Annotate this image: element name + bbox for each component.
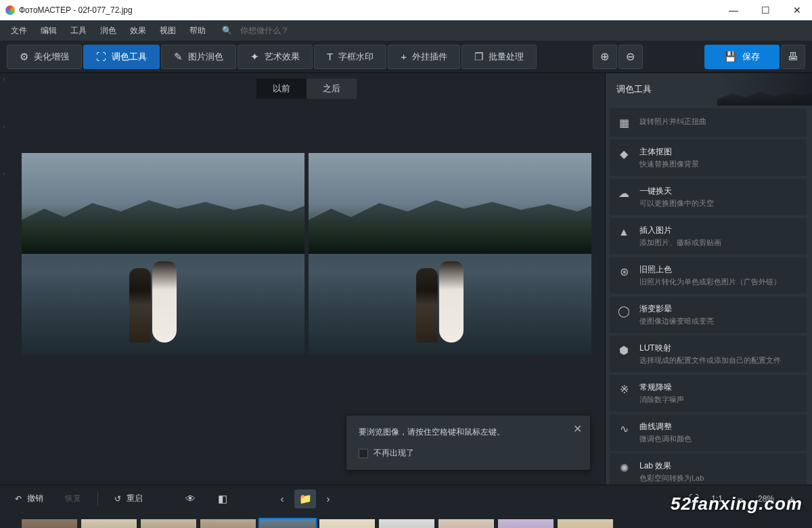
prev-button[interactable]: ‹ — [271, 489, 293, 508]
compare-icon[interactable]: ◧ — [212, 489, 233, 508]
tool-desc: 微调色调和颜色 — [639, 434, 692, 444]
tool-title: 曲线调整 — [639, 421, 692, 433]
tool-icon: ※ — [616, 382, 631, 397]
thumbnail[interactable] — [438, 519, 494, 528]
sliders-icon: ⚙ — [20, 51, 28, 63]
zoom-in-button[interactable]: + — [781, 489, 803, 508]
tab-batch[interactable]: ❐批量处理 — [461, 45, 537, 69]
filmstrip-prev[interactable]: ‹ — [5, 519, 18, 528]
search-input[interactable] — [240, 26, 321, 35]
checkbox-icon — [359, 449, 368, 458]
crop-icon: ⛶ — [96, 51, 106, 62]
tool-desc: 选择现成的配置文件或添加自己的配置文件 — [639, 355, 781, 366]
brush-icon: ✎ — [174, 51, 183, 63]
tool-desc: 旧照片转化为单色或彩色图片（广告外链） — [639, 277, 781, 287]
tab-crop[interactable]: ⛶调色工具 — [83, 45, 160, 69]
zoom-1to1[interactable]: 1:1 — [711, 494, 723, 504]
print-button[interactable]: 🖶 — [781, 45, 805, 69]
tab-retouch[interactable]: ✎图片润色 — [161, 45, 236, 69]
close-icon[interactable]: ✕ — [573, 422, 582, 435]
thumbnail[interactable] — [22, 519, 77, 528]
maximize-button[interactable]: ☐ — [756, 3, 775, 17]
dont-show-checkbox[interactable]: 不再出现了 — [359, 447, 578, 459]
preset-add-button[interactable]: ⊕ — [593, 45, 617, 69]
tool-item-1[interactable]: ◆主体抠图快速替换图像背景 — [610, 139, 807, 176]
thumbnail[interactable] — [260, 519, 315, 528]
image-before[interactable] — [22, 153, 304, 355]
tab-before[interactable]: 以前 — [256, 79, 307, 99]
right-panel: 调色工具 ▦旋转照片并纠正扭曲◆主体抠图快速替换图像背景☁一键换天可以更换图像中… — [605, 73, 812, 485]
bottom-bar: ↶撤销 恢复 ↺重启 👁 ◧ ‹ 📁 › ⛶ 1:1 − 28% + — [0, 485, 812, 512]
undo-button[interactable]: ↶撤销 — [9, 490, 49, 507]
menu-润色[interactable]: 润色 — [95, 22, 122, 39]
tab-enhance[interactable]: ⚙美化增强 — [7, 45, 82, 69]
thumbnail[interactable] — [141, 519, 196, 528]
redo-button[interactable]: 恢复 — [60, 490, 87, 507]
tool-title: Lab 效果 — [639, 460, 704, 472]
thumbnail[interactable] — [558, 519, 613, 528]
tool-icon: ◆ — [616, 146, 631, 161]
eye-icon[interactable]: 👁 — [179, 489, 201, 508]
save-icon: 💾 — [724, 51, 737, 63]
tool-item-3[interactable]: ▲插入图片添加图片、徽标或剪贴画 — [610, 218, 807, 255]
tool-title: LUT映射 — [639, 343, 781, 354]
sparkle-icon: ✦ — [250, 51, 259, 63]
tool-icon: ✺ — [616, 460, 631, 475]
tool-title: 渐变影晕 — [639, 303, 714, 315]
chevron-right-icon[interactable]: › — [0, 123, 8, 130]
tool-item-7[interactable]: ※常规降噪消除数字噪声 — [610, 375, 807, 412]
tool-item-4[interactable]: ⊛旧照上色旧照片转化为单色或彩色图片（广告外链） — [610, 257, 807, 294]
tab-after[interactable]: 之后 — [307, 79, 357, 99]
toolbar: ⚙美化增强 ⛶调色工具 ✎图片润色 ✦艺术效果 T字框水印 +外挂插件 ❐批量处… — [0, 41, 812, 73]
filmstrip-next[interactable]: › — [617, 519, 629, 528]
fit-icon[interactable]: ⛶ — [683, 489, 704, 508]
chevron-right-icon[interactable]: › — [0, 171, 8, 177]
menu-效果[interactable]: 效果 — [125, 22, 152, 39]
preset-download-button[interactable]: ⊖ — [618, 45, 643, 69]
tool-icon: ◯ — [616, 303, 631, 318]
thumbnail[interactable] — [81, 519, 137, 528]
minimize-button[interactable]: — — [723, 3, 744, 17]
tool-desc: 添加图片、徽标或剪贴画 — [639, 238, 721, 248]
text-icon: T — [327, 51, 333, 62]
search-icon: 🔍 — [217, 23, 238, 38]
zoom-out-button[interactable]: − — [729, 489, 751, 508]
tool-desc: 使图像边缘变暗或变亮 — [639, 316, 714, 326]
tab-effects[interactable]: ✦艺术效果 — [238, 45, 313, 69]
tool-title: 旧照上色 — [639, 264, 781, 276]
close-button[interactable]: ✕ — [788, 3, 807, 17]
thumbnail[interactable] — [319, 519, 375, 528]
tool-item-8[interactable]: ∿曲线调整微调色调和颜色 — [610, 414, 807, 451]
menu-工具[interactable]: 工具 — [65, 22, 92, 39]
hint-tooltip: ✕ 要浏览图像，请按住空格键和鼠标左键。 不再出现了 — [346, 416, 590, 470]
reset-button[interactable]: ↺重启 — [109, 490, 148, 507]
tool-desc: 快速替换图像背景 — [639, 159, 699, 169]
tab-plugins[interactable]: +外挂插件 — [388, 45, 460, 69]
tool-item-5[interactable]: ◯渐变影晕使图像边缘变暗或变亮 — [610, 296, 807, 333]
menu-帮助[interactable]: 帮助 — [184, 22, 211, 39]
filmstrip: ‹ › — [0, 512, 812, 528]
menu-编辑[interactable]: 编辑 — [35, 22, 62, 39]
tool-icon: ⬢ — [616, 343, 631, 357]
undo-icon: ↶ — [15, 494, 22, 504]
left-gutter: › › › — [0, 73, 8, 485]
save-button[interactable]: 💾保存 — [704, 45, 780, 69]
folder-button[interactable]: 📁 — [294, 489, 316, 508]
chevron-right-icon[interactable]: › — [0, 76, 8, 83]
tool-item-2[interactable]: ☁一键换天可以更换图像中的天空 — [610, 179, 807, 215]
tool-list[interactable]: ▦旋转照片并纠正扭曲◆主体抠图快速替换图像背景☁一键换天可以更换图像中的天空▲插… — [606, 106, 812, 485]
tab-text[interactable]: T字框水印 — [314, 45, 386, 69]
tool-desc: 消除数字噪声 — [639, 395, 684, 405]
menu-视图[interactable]: 视图 — [154, 22, 181, 39]
menu-文件[interactable]: 文件 — [5, 22, 32, 39]
titlebar: ФотоМАСТЕР - 02f-077_72.jpg — ☐ ✕ — [0, 0, 812, 20]
thumbnail[interactable] — [200, 519, 256, 528]
tool-item-0[interactable]: ▦旋转照片并纠正扭曲 — [610, 108, 807, 137]
before-after-tabs: 以前 之后 — [8, 79, 605, 99]
tool-item-6[interactable]: ⬢LUT映射选择现成的配置文件或添加自己的配置文件 — [610, 336, 807, 372]
image-after[interactable] — [309, 153, 591, 355]
thumbnail[interactable] — [379, 519, 434, 528]
next-button[interactable]: › — [317, 489, 339, 508]
thumbnail[interactable] — [498, 519, 554, 528]
tool-item-9[interactable]: ✺Lab 效果色彩空间转换为Lab — [610, 454, 807, 485]
